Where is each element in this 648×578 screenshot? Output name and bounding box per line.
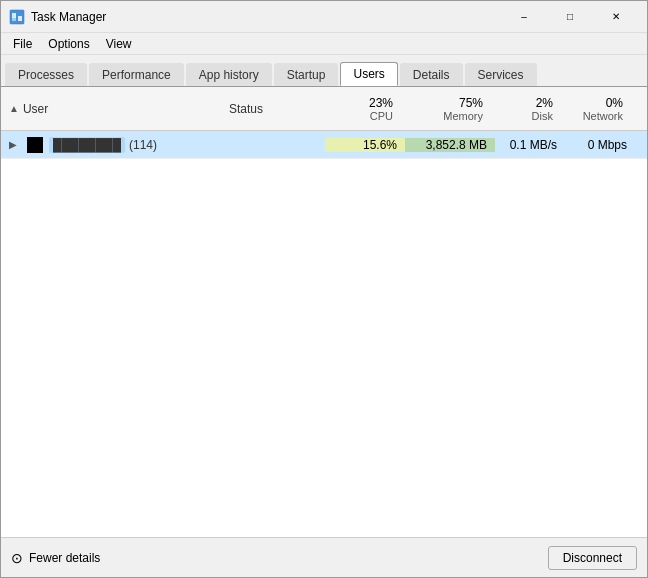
row-disk: 0.1 MB/s (495, 138, 565, 152)
user-avatar (27, 137, 43, 153)
svg-rect-3 (12, 18, 16, 21)
window-title: Task Manager (31, 10, 501, 24)
tab-processes[interactable]: Processes (5, 63, 87, 86)
tab-app-history[interactable]: App history (186, 63, 272, 86)
sort-arrow-icon: ▲ (9, 103, 19, 114)
menu-file[interactable]: File (5, 35, 40, 53)
fewer-details-button[interactable]: ⊙ Fewer details (11, 550, 100, 566)
col-header-disk-value[interactable]: 2% (499, 96, 553, 110)
close-button[interactable]: ✕ (593, 1, 639, 33)
col-header-network-value[interactable]: 0% (569, 96, 623, 110)
minimize-button[interactable]: – (501, 1, 547, 33)
user-process-count: (114) (129, 138, 157, 152)
tab-bar: Processes Performance App history Startu… (1, 55, 647, 87)
table-body: ▶ ████████ (114) 15.6% 3,852.8 MB 0.1 MB… (1, 131, 647, 537)
fewer-details-label: Fewer details (29, 551, 100, 565)
tab-services[interactable]: Services (465, 63, 537, 86)
row-cpu: 15.6% (325, 138, 405, 152)
fewer-details-icon: ⊙ (11, 550, 23, 566)
table-row[interactable]: ▶ ████████ (114) 15.6% 3,852.8 MB 0.1 MB… (1, 131, 647, 159)
menu-options[interactable]: Options (40, 35, 97, 53)
col-header-cpu-value[interactable]: 23% (329, 96, 393, 110)
col-header-status[interactable]: Status (229, 102, 263, 116)
col-header-user[interactable]: User (23, 102, 48, 116)
main-content: ▲ User Status 23% CPU 75% Memory 2% Disk… (1, 87, 647, 537)
col-header-network-label[interactable]: Network (569, 110, 623, 122)
app-icon (9, 9, 25, 25)
row-network: 0 Mbps (565, 138, 635, 152)
maximize-button[interactable]: □ (547, 1, 593, 33)
tab-details[interactable]: Details (400, 63, 463, 86)
col-header-cpu-label[interactable]: CPU (329, 110, 393, 122)
tab-startup[interactable]: Startup (274, 63, 339, 86)
expand-icon[interactable]: ▶ (5, 139, 21, 150)
username: ████████ (49, 137, 125, 153)
svg-rect-2 (18, 16, 22, 21)
title-bar: Task Manager – □ ✕ (1, 1, 647, 33)
table-header: ▲ User Status 23% CPU 75% Memory 2% Disk… (1, 87, 647, 131)
menu-view[interactable]: View (98, 35, 140, 53)
footer: ⊙ Fewer details Disconnect (1, 537, 647, 577)
disconnect-button[interactable]: Disconnect (548, 546, 637, 570)
col-header-disk-label[interactable]: Disk (499, 110, 553, 122)
menu-bar: File Options View (1, 33, 647, 55)
col-header-memory-label[interactable]: Memory (409, 110, 483, 122)
tab-performance[interactable]: Performance (89, 63, 184, 86)
row-memory: 3,852.8 MB (405, 138, 495, 152)
col-header-memory-value[interactable]: 75% (409, 96, 483, 110)
window-controls[interactable]: – □ ✕ (501, 1, 639, 33)
tab-users[interactable]: Users (340, 62, 397, 86)
